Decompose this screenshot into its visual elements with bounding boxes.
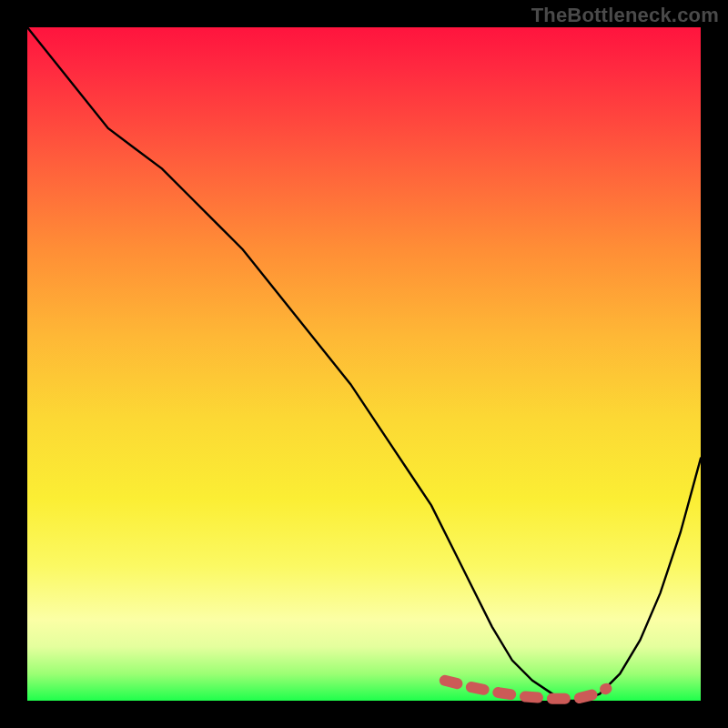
chart-svg [27, 27, 701, 701]
plot-area [27, 27, 701, 701]
highlight-segment [445, 681, 607, 699]
chart-canvas: TheBottleneck.com [0, 0, 728, 728]
watermark-text: TheBottleneck.com [531, 4, 719, 27]
curve-line [27, 27, 701, 701]
